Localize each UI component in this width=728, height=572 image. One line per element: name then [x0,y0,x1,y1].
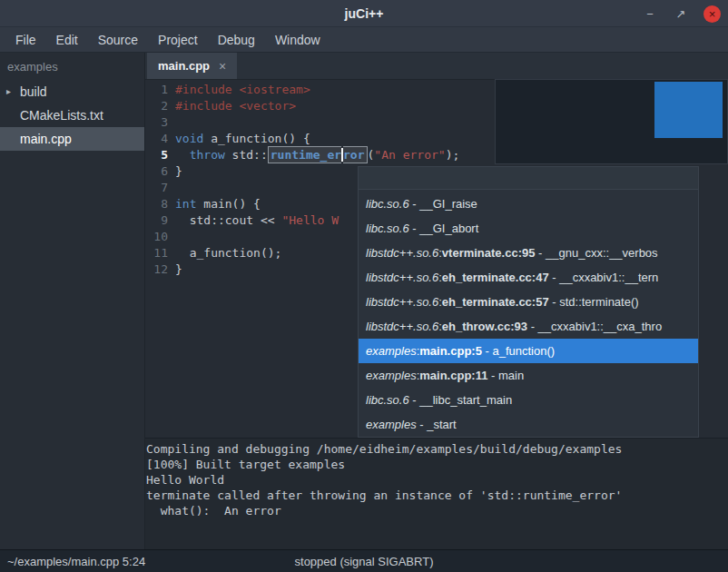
line-number[interactable]: 2 [145,98,168,114]
line-number[interactable]: 4 [145,131,168,147]
stack-frame-item[interactable]: libc.so.6 - __GI_abort [359,216,698,241]
stack-frame-item[interactable]: libc.so.6 - __GI_raise [359,192,698,216]
terminal-line: what(): An error [146,503,727,518]
terminal-line: Compiling and debugging /home/eidheim/ex… [146,441,727,457]
sidebar-item-cmakelists.txt[interactable]: CMakeLists.txt [0,104,144,127]
line-number[interactable]: 7 [145,180,168,196]
stack-frame-list: libc.so.6 - __GI_raiselibc.so.6 - __GI_a… [359,190,698,437]
menu-edit[interactable]: Edit [46,27,88,53]
tab-main-cpp[interactable]: main.cpp × [147,53,237,79]
line-number[interactable]: 10 [145,229,168,245]
menubar: FileEditSourceProjectDebugWindow [0,27,728,53]
menu-window[interactable]: Window [265,27,330,53]
code-line[interactable]: void a_function() { [175,131,459,147]
tree-item-label: build [20,84,47,99]
stack-frame-item[interactable]: libstdc++.so.6:eh_terminate.cc:47 - __cx… [359,265,698,290]
tooltip-panel [495,79,728,164]
stack-frame-popup: libc.so.6 - __GI_raiselibc.so.6 - __GI_a… [358,166,699,438]
code-line[interactable]: #include <vector> [175,98,459,114]
app-window: juCi++ − ↗ × FileEditSourceProjectDebugW… [0,0,728,572]
maximize-button[interactable]: ↗ [673,5,689,22]
stack-frame-item[interactable]: libstdc++.so.6:vterminate.cc:95 - __gnu_… [359,241,698,265]
close-button[interactable]: × [703,5,721,23]
terminal-line: [100%] Built target examples [146,457,727,472]
terminal-line: Hello World [146,472,727,488]
line-number[interactable]: 3 [145,114,168,131]
file-tree-panel: examples ▸buildCMakeLists.txtmain.cpp [0,53,145,549]
window-controls: − ↗ × [642,0,721,27]
expander-icon[interactable]: ▸ [6,80,11,104]
code-line[interactable]: #include <iostream> [175,82,459,98]
line-number[interactable]: 8 [145,196,168,212]
tab-label: main.cpp [158,59,210,73]
menu-file[interactable]: File [5,27,46,53]
stack-frame-item[interactable]: examples:main.cpp:5 - a_function() [359,339,698,363]
menu-project[interactable]: Project [148,27,208,53]
code-line[interactable]: throw std::runtime_error("An error"); [175,147,459,163]
line-number[interactable]: 12 [145,261,168,278]
line-number[interactable]: 9 [145,212,168,229]
debug-status: stopped (signal SIGABRT) [0,550,728,572]
stack-frame-item[interactable]: libc.so.6 - __libc_start_main [359,388,698,412]
menu-debug[interactable]: Debug [208,27,265,53]
stack-frame-item[interactable]: examples - _start [359,412,698,437]
statusbar: ~/examples/main.cpp 5:24 stopped (signal… [0,549,728,572]
file-tree: ▸buildCMakeLists.txtmain.cpp [0,80,144,151]
tabbar: main.cpp × [145,53,728,80]
sidebar-item-main.cpp[interactable]: main.cpp [0,127,144,151]
code-line[interactable] [175,114,459,131]
stack-frame-item[interactable]: examples:main.cpp:11 - main [359,363,698,388]
sidebar-item-build[interactable]: ▸build [0,80,144,104]
window-title: juCi++ [0,0,728,27]
tree-item-label: main.cpp [20,132,72,146]
titlebar: juCi++ − ↗ × [0,0,728,27]
terminal-output: Compiling and debugging /home/eidheim/ex… [145,438,728,549]
menu-source[interactable]: Source [88,27,148,53]
blue-highlight-block [654,82,723,138]
line-number[interactable]: 6 [145,163,168,180]
tab-close-icon[interactable]: × [219,59,226,74]
project-name: examples [0,53,144,80]
popup-header [359,167,698,190]
line-number[interactable]: 5 [145,147,168,163]
minimize-button[interactable]: − [642,5,658,22]
stack-frame-item[interactable]: libstdc++.so.6:eh_terminate.cc:57 - std:… [359,290,698,314]
line-number[interactable]: 1 [145,82,168,98]
tree-item-label: CMakeLists.txt [20,108,103,123]
stack-frame-item[interactable]: libstdc++.so.6:eh_throw.cc:93 - __cxxabi… [359,314,698,339]
line-number-gutter[interactable]: 123456789101112 [145,82,168,278]
line-number[interactable]: 11 [145,245,168,261]
terminal-line: terminate called after throwing an insta… [146,488,727,503]
